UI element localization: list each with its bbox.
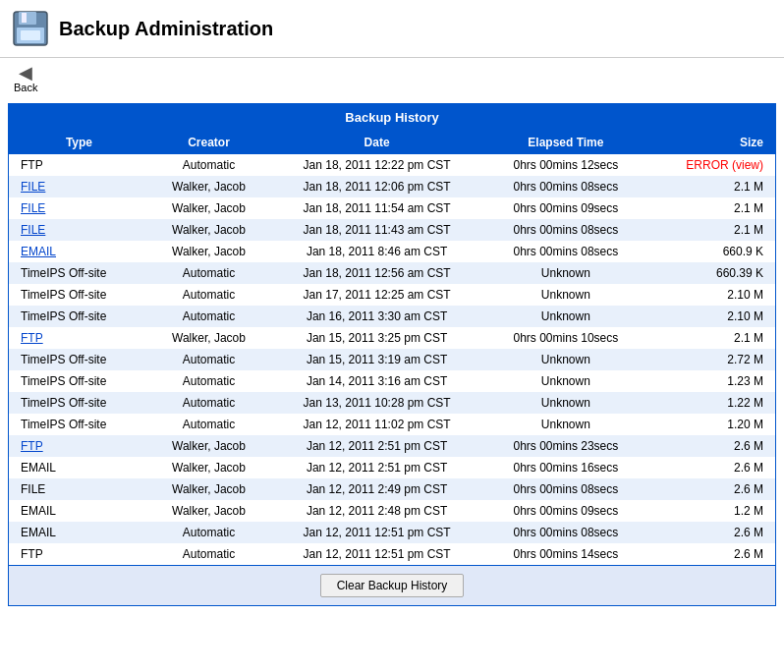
cell-creator: Walker, Jacob (149, 241, 268, 262)
type-link[interactable]: FILE (21, 223, 45, 237)
cell-elapsed: 0hrs 00mins 10secs (485, 327, 645, 349)
type-link[interactable]: FILE (21, 201, 45, 215)
cell-type: FTP (9, 543, 149, 565)
cell-size: 2.6 M (646, 522, 775, 543)
type-link[interactable]: EMAIL (21, 245, 56, 258)
cell-size: 660.9 K (646, 241, 775, 262)
cell-date: Jan 12, 2011 11:02 pm CST (268, 414, 485, 435)
cell-elapsed: 0hrs 00mins 12secs (485, 154, 645, 176)
table-row: TimeIPS Off-siteAutomaticJan 12, 2011 11… (9, 414, 775, 435)
cell-date: Jan 12, 2011 2:48 pm CST (268, 500, 485, 522)
cell-elapsed: Unknown (485, 262, 645, 284)
col-date: Date (268, 131, 485, 154)
table-row: TimeIPS Off-siteAutomaticJan 15, 2011 3:… (9, 349, 775, 370)
cell-type[interactable]: FILE (9, 176, 149, 197)
cell-elapsed: 0hrs 00mins 08secs (485, 176, 645, 197)
cell-date: Jan 18, 2011 11:43 am CST (268, 219, 485, 241)
cell-type[interactable]: FILE (9, 197, 149, 219)
cell-creator: Walker, Jacob (149, 327, 268, 349)
table-row: FILEWalker, JacobJan 18, 2011 11:43 am C… (9, 219, 775, 241)
table-row: FTPWalker, JacobJan 15, 2011 3:25 pm CST… (9, 327, 775, 349)
cell-type: FTP (9, 154, 149, 176)
cell-date: Jan 17, 2011 12:25 am CST (268, 284, 485, 306)
cell-elapsed: 0hrs 00mins 08secs (485, 478, 645, 500)
cell-size: 2.1 M (646, 327, 775, 349)
cell-elapsed: 0hrs 00mins 09secs (485, 197, 645, 219)
cell-size: 2.6 M (646, 543, 775, 565)
back-section: ◀ Back (0, 58, 784, 103)
table-footer: Clear Backup History (9, 565, 775, 605)
cell-creator: Automatic (149, 349, 268, 370)
cell-creator: Automatic (149, 154, 268, 176)
back-label: Back (14, 82, 37, 93)
cell-elapsed: 0hrs 00mins 16secs (485, 457, 645, 478)
type-link[interactable]: FILE (21, 180, 45, 194)
table-row: EMAILAutomaticJan 12, 2011 12:51 pm CST0… (9, 522, 775, 543)
main-container: Backup History Type Creator Date Elapsed… (8, 103, 776, 606)
col-type: Type (9, 131, 149, 154)
cell-creator: Walker, Jacob (149, 219, 268, 241)
cell-type: EMAIL (9, 457, 149, 478)
cell-type: TimeIPS Off-site (9, 392, 149, 414)
cell-type[interactable]: FTP (9, 327, 149, 349)
cell-size: 1.22 M (646, 392, 775, 414)
cell-size: 2.6 M (646, 457, 775, 478)
view-error-link[interactable]: (view) (732, 158, 763, 172)
cell-type[interactable]: EMAIL (9, 241, 149, 262)
type-link[interactable]: FTP (21, 439, 43, 453)
col-creator: Creator (149, 131, 268, 154)
clear-backup-history-button[interactable]: Clear Backup History (320, 574, 465, 597)
cell-date: Jan 18, 2011 11:54 am CST (268, 197, 485, 219)
cell-creator: Walker, Jacob (149, 176, 268, 197)
cell-creator: Walker, Jacob (149, 197, 268, 219)
table-wrapper: Type Creator Date Elapsed Time Size FTPA… (9, 131, 775, 565)
page-title: Backup Administration (59, 18, 273, 40)
col-elapsed: Elapsed Time (485, 131, 645, 154)
cell-type: TimeIPS Off-site (9, 306, 149, 327)
cell-size: 2.10 M (646, 284, 775, 306)
cell-elapsed: 0hrs 00mins 08secs (485, 241, 645, 262)
cell-size: 2.1 M (646, 219, 775, 241)
cell-elapsed: 0hrs 00mins 09secs (485, 500, 645, 522)
cell-size: 2.6 M (646, 435, 775, 457)
cell-type: TimeIPS Off-site (9, 284, 149, 306)
cell-elapsed: Unknown (485, 306, 645, 327)
cell-type: EMAIL (9, 500, 149, 522)
svg-rect-4 (21, 30, 40, 40)
cell-creator: Walker, Jacob (149, 478, 268, 500)
backup-icon (12, 10, 49, 47)
cell-type: EMAIL (9, 522, 149, 543)
cell-elapsed: Unknown (485, 349, 645, 370)
back-arrow-icon: ◀ (19, 64, 32, 82)
cell-date: Jan 12, 2011 2:49 pm CST (268, 478, 485, 500)
table-header-row: Type Creator Date Elapsed Time Size (9, 131, 775, 154)
table-row: EMAILWalker, JacobJan 12, 2011 2:51 pm C… (9, 457, 775, 478)
cell-size: 1.23 M (646, 370, 775, 392)
cell-size: 1.2 M (646, 500, 775, 522)
type-link[interactable]: FTP (21, 331, 43, 345)
cell-creator: Automatic (149, 414, 268, 435)
cell-type: TimeIPS Off-site (9, 262, 149, 284)
cell-size[interactable]: ERROR (view) (646, 154, 775, 176)
cell-elapsed: Unknown (485, 370, 645, 392)
table-row: FILEWalker, JacobJan 12, 2011 2:49 pm CS… (9, 478, 775, 500)
cell-creator: Automatic (149, 370, 268, 392)
cell-type[interactable]: FTP (9, 435, 149, 457)
error-text: ERROR (686, 158, 732, 172)
cell-size: 2.10 M (646, 306, 775, 327)
cell-creator: Automatic (149, 284, 268, 306)
cell-size: 2.6 M (646, 478, 775, 500)
cell-date: Jan 12, 2011 2:51 pm CST (268, 457, 485, 478)
cell-creator: Walker, Jacob (149, 435, 268, 457)
cell-creator: Walker, Jacob (149, 457, 268, 478)
cell-date: Jan 18, 2011 12:22 pm CST (268, 154, 485, 176)
cell-size: 2.72 M (646, 349, 775, 370)
cell-size: 2.1 M (646, 176, 775, 197)
cell-type[interactable]: FILE (9, 219, 149, 241)
back-button[interactable]: ◀ Back (14, 64, 37, 93)
cell-date: Jan 15, 2011 3:19 am CST (268, 349, 485, 370)
table-row: FTPAutomaticJan 18, 2011 12:22 pm CST0hr… (9, 154, 775, 176)
table-row: TimeIPS Off-siteAutomaticJan 14, 2011 3:… (9, 370, 775, 392)
cell-elapsed: Unknown (485, 414, 645, 435)
cell-size: 1.20 M (646, 414, 775, 435)
